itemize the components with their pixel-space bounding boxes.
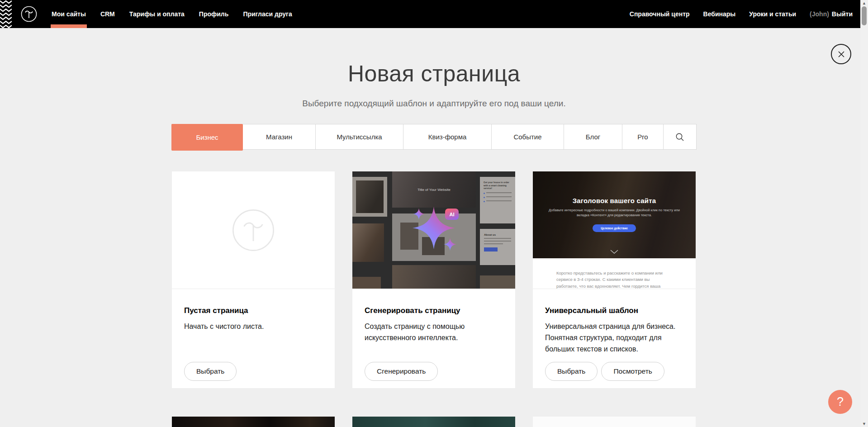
template-card-partial [172,417,335,427]
nav-item-help-center[interactable]: Справочный центр [630,0,690,28]
scrollbar-up-arrow[interactable]: ▲ [860,1,868,5]
nav-item-label: CRM [100,10,115,18]
question-mark-icon: ? [837,395,844,408]
ai-generate-preview[interactable]: Title of Your Website Get your house in … [352,171,515,289]
nav-item-label: Пригласи друга [243,10,292,18]
template-grid-row2 [172,417,696,427]
scrollbar[interactable]: ▲ ▼ [860,0,868,427]
nav-item-label: Уроки и статьи [749,10,796,18]
preview-tile-about-us: About us [480,229,515,265]
nav-item-crm[interactable]: CRM [100,0,115,28]
card-description: Создать страницу с помощью искусственног… [365,321,503,344]
preview-tile-website-title: Title of Your Website [392,171,476,208]
tab-business[interactable]: Бизнес [171,124,243,151]
card-actions: Сгенерировать [365,362,438,381]
app-window: Мои сайты CRM Тарифы и оплата Профиль Пр… [0,0,868,427]
tab-blog[interactable]: Блог [564,124,622,149]
top-navbar: Мои сайты CRM Тарифы и оплата Профиль Пр… [0,0,868,28]
nav-item-lessons[interactable]: Уроки и статьи [749,0,796,28]
close-button[interactable] [831,44,851,64]
ai-badge: AI [445,209,459,220]
card-actions: Выбрать Посмотреть [545,362,664,381]
new-page-dialog: Новая страница Выберите подходящий шабло… [0,61,868,427]
template-preview-partial[interactable] [172,417,335,427]
card-body: Универсальный шаблон Универсальная стран… [533,289,696,388]
secondary-nav: Справочный центр Вебинары Уроки и статьи… [630,0,853,28]
nav-item-label: Тарифы и оплата [129,10,185,18]
choose-blank-button[interactable]: Выбрать [184,362,237,381]
nav-item-pricing[interactable]: Тарифы и оплата [129,0,185,28]
preview-tile-cleaning: Get your house in order with a smart cle… [480,177,515,223]
main-nav: Мои сайты CRM Тарифы и оплата Профиль Пр… [52,0,292,28]
template-card-partial [533,417,696,427]
card-actions: Выбрать [184,362,237,381]
tilda-watermark-icon [232,209,275,252]
nav-item-label: Профиль [199,10,229,18]
tab-quiz-form[interactable]: Квиз-форма [403,124,492,149]
tab-shop[interactable]: Магазин [243,124,316,149]
template-hero-title: Заголовок вашего сайта [533,197,696,204]
search-icon [675,132,685,142]
blank-page-preview[interactable] [172,171,335,289]
template-hero-subtitle: Добавьте интересные подробности о вашей … [547,208,681,218]
tab-event[interactable]: Событие [492,124,564,149]
page-subtitle: Выберите подходящий шаблон и адаптируйте… [0,99,868,109]
page-title: Новая страница [0,61,868,87]
template-cta-button: Целевое действие [593,224,636,232]
zigzag-decoration [0,0,12,28]
preview-tile [392,214,476,261]
universal-template-preview[interactable]: Заголовок вашего сайта Добавьте интересн… [533,171,696,289]
template-hero: Заголовок вашего сайта Добавьте интересн… [533,171,696,258]
generate-button[interactable]: Сгенерировать [365,362,438,381]
logout-link[interactable]: Выйти [832,10,853,18]
nav-item-webinars[interactable]: Вебинары [703,0,736,28]
tab-search[interactable] [664,124,696,149]
template-preview-partial[interactable] [352,417,515,427]
tilda-logo[interactable] [20,5,38,23]
scrollbar-thumb[interactable] [862,6,867,25]
user-session: (John) Выйти [810,10,853,18]
username: (John) [810,10,829,18]
nav-item-invite-friend[interactable]: Пригласи друга [243,0,292,28]
template-preview-partial[interactable] [533,417,696,427]
preview-tile [352,177,387,217]
nav-item-profile[interactable]: Профиль [199,0,229,28]
close-icon [837,50,846,59]
template-body-text: Коротко представьтесь и расскажите о ком… [533,258,696,289]
choose-universal-button[interactable]: Выбрать [545,362,598,381]
card-description: Универсальная страница для бизнеса. Поня… [545,321,683,355]
tab-pro[interactable]: Pro [622,124,664,149]
card-body: Сгенерировать страницу Создать страницу … [352,289,515,388]
card-body: Пустая страница Начать с чистого листа. … [172,289,335,388]
card-title: Универсальный шаблон [545,306,683,315]
template-card-universal: Заголовок вашего сайта Добавьте интересн… [533,171,696,388]
nav-item-label: Справочный центр [630,10,690,18]
template-card-ai: Title of Your Website Get your house in … [352,171,515,388]
preview-tile [392,265,476,289]
preview-tile [352,277,381,289]
template-card-blank: Пустая страница Начать с чистого листа. … [172,171,335,388]
chevron-down-icon [610,250,618,254]
view-universal-button[interactable]: Посмотреть [601,362,664,381]
preview-tile [480,275,515,289]
tab-multilink[interactable]: Мультиссылка [316,124,403,149]
template-category-tabs: Бизнес Магазин Мультиссылка Квиз-форма С… [171,124,697,150]
scrollbar-down-arrow[interactable]: ▼ [860,422,868,426]
template-grid: Пустая страница Начать с чистого листа. … [172,171,696,388]
template-card-partial [352,417,515,427]
nav-item-label: Вебинары [703,10,736,18]
nav-item-my-sites[interactable]: Мои сайты [52,0,86,28]
card-description: Начать с чистого листа. [184,321,323,332]
preview-tile [352,223,384,262]
nav-item-label: Мои сайты [52,10,86,18]
help-button[interactable]: ? [828,390,852,414]
card-title: Сгенерировать страницу [365,306,503,315]
card-title: Пустая страница [184,306,323,315]
